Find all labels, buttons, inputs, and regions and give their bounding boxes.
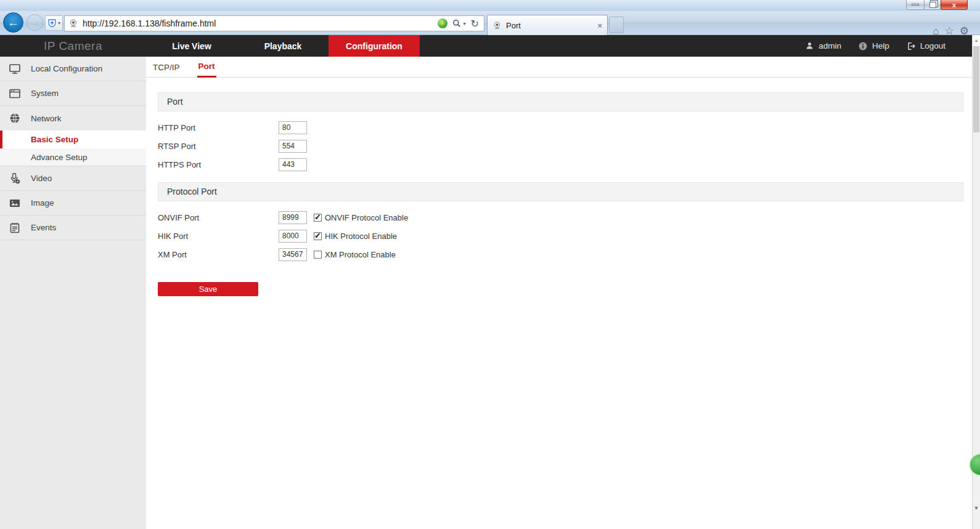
sidebar: Local Configuration System Network Basic…	[0, 57, 146, 529]
scroll-up-icon[interactable]: ▲	[973, 35, 980, 46]
url-text[interactable]: http://192.168.1.138/fishframe.html	[83, 18, 216, 28]
field-row-hik-port: HIK Port HIK Protocol Enable	[146, 227, 972, 245]
window-titlebar: x	[0, 0, 980, 11]
refresh-icon[interactable]: ↻	[471, 18, 479, 30]
section-header-port: Port	[158, 92, 963, 111]
onvif-port-input[interactable]	[279, 211, 307, 224]
field-label: HIK Port	[158, 232, 279, 241]
sidebar-item-label: Video	[31, 174, 52, 183]
restore-button[interactable]	[924, 0, 941, 10]
field-label: HTTPS Port	[158, 160, 279, 169]
sidebar-item-label: Image	[31, 198, 54, 208]
forward-arrow-icon: →	[30, 17, 39, 28]
back-arrow-icon: ←	[7, 16, 19, 30]
field-row-rtsp-port: RTSP Port	[146, 137, 972, 155]
tab-title: Port	[506, 21, 521, 30]
shield-plus-icon	[47, 18, 57, 28]
new-tab-button[interactable]	[609, 17, 624, 33]
minimize-icon	[912, 4, 919, 6]
xm-protocol-checkbox[interactable]	[314, 251, 322, 259]
sidebar-item-label: Network	[31, 114, 62, 123]
page-favicon-icon	[68, 18, 78, 28]
tab-favicon-icon	[492, 21, 502, 30]
nav-tab-playback[interactable]: Playback	[237, 35, 329, 57]
forward-button[interactable]: →	[27, 14, 43, 31]
restore-icon	[929, 2, 936, 8]
sidebar-item-image[interactable]: Image	[0, 191, 146, 216]
window-controls: x	[907, 0, 968, 10]
logout-button[interactable]: Logout	[906, 41, 945, 51]
browser-toolbar: ← → ▾ http://192.168.1.138/fishframe.htm…	[0, 11, 980, 35]
tab-close-icon[interactable]: ×	[597, 21, 602, 30]
field-row-https-port: HTTPS Port	[146, 155, 972, 174]
tab-tcpip[interactable]: TCP/IP	[152, 57, 181, 78]
minimize-button[interactable]	[906, 0, 925, 10]
image-icon	[9, 197, 21, 209]
microphone-icon	[9, 172, 21, 185]
protocol-port-fields: ONVIF Port ONVIF Protocol Enable HIK Por…	[146, 208, 972, 264]
app-brand: IP Camera	[0, 35, 146, 57]
checkbox-label: ONVIF Protocol Enable	[325, 213, 408, 222]
save-button[interactable]: Save	[158, 282, 258, 296]
content-tabs: TCP/IP Port	[146, 57, 972, 78]
compatibility-view-button[interactable]: ▾	[45, 15, 63, 31]
monitor-icon	[9, 63, 21, 75]
events-notepad-icon	[9, 222, 21, 234]
browser-tab[interactable]: Port ×	[487, 15, 608, 35]
port-fields: HTTP Port RTSP Port HTTPS Port	[146, 118, 972, 174]
search-dropdown-icon[interactable]: ▾	[463, 21, 466, 26]
user-icon	[805, 41, 814, 50]
scrollbar-thumb[interactable]	[973, 46, 979, 132]
tab-port[interactable]: Port	[197, 57, 216, 78]
field-row-onvif-port: ONVIF Port ONVIF Protocol Enable	[146, 208, 972, 227]
sidebar-item-label: Events	[31, 223, 56, 232]
plugin-icon[interactable]: +	[438, 18, 447, 28]
sidebar-item-video[interactable]: Video	[0, 166, 146, 191]
field-label: ONVIF Port	[158, 213, 279, 222]
nav-tab-configuration[interactable]: Configuration	[329, 35, 420, 57]
field-label: RTSP Port	[158, 142, 279, 151]
main-content: TCP/IP Port Port HTTP Port RTSP Port HTT…	[146, 57, 972, 529]
sidebar-item-label: System	[31, 89, 59, 98]
sidebar-item-label: Basic Setup	[31, 135, 78, 144]
checkbox-label: HIK Protocol Enable	[325, 232, 397, 241]
help-button[interactable]: Help	[858, 41, 889, 51]
back-button[interactable]: ←	[3, 12, 23, 33]
field-label: HTTP Port	[158, 123, 279, 132]
search-icon[interactable]	[452, 19, 461, 28]
hik-protocol-checkbox[interactable]	[314, 232, 322, 240]
sidebar-item-network[interactable]: Network	[0, 106, 146, 131]
xm-port-input[interactable]	[279, 248, 307, 261]
nav-tab-live-view[interactable]: Live View	[146, 35, 237, 57]
sidebar-item-label: Local Configuration	[31, 64, 102, 73]
address-bar[interactable]: http://192.168.1.138/fishframe.html + ▾ …	[64, 15, 484, 31]
https-port-input[interactable]	[279, 158, 307, 171]
onvif-protocol-checkbox[interactable]	[314, 214, 322, 222]
info-icon	[858, 41, 868, 51]
sidebar-item-label: Advance Setup	[31, 153, 88, 162]
help-label: Help	[872, 41, 889, 50]
sidebar-item-local-configuration[interactable]: Local Configuration	[0, 57, 146, 81]
sidebar-item-system[interactable]: System	[0, 81, 146, 106]
globe-icon	[9, 112, 21, 124]
field-row-http-port: HTTP Port	[146, 118, 972, 137]
rtsp-port-input[interactable]	[279, 140, 307, 153]
sidebar-item-basic-setup[interactable]: Basic Setup	[0, 131, 146, 148]
section-header-protocol-port: Protocol Port	[158, 182, 963, 201]
sidebar-item-events[interactable]: Events	[0, 216, 146, 240]
hik-port-input[interactable]	[279, 230, 307, 243]
system-window-icon	[9, 87, 21, 100]
user-menu[interactable]: admin	[805, 41, 841, 50]
logout-icon	[906, 41, 916, 51]
close-icon: x	[952, 1, 956, 9]
sidebar-item-advance-setup[interactable]: Advance Setup	[0, 148, 146, 166]
http-port-input[interactable]	[279, 121, 307, 134]
field-label: XM Port	[158, 250, 279, 259]
checkbox-label: XM Protocol Enable	[325, 250, 396, 259]
logout-label: Logout	[920, 41, 945, 50]
close-button[interactable]: x	[941, 0, 968, 10]
scroll-down-icon[interactable]: ▼	[973, 503, 980, 513]
app-navbar: IP Camera Live View Playback Configurati…	[0, 35, 980, 57]
user-name: admin	[819, 41, 841, 50]
chevron-down-icon: ▾	[58, 20, 60, 26]
